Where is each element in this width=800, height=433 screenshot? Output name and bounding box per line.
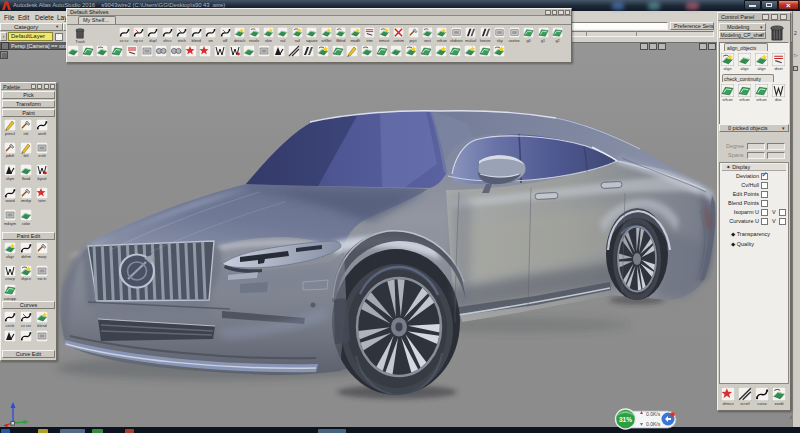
svg-text:0.0K/s: 0.0K/s bbox=[646, 421, 661, 427]
svg-text:31%: 31% bbox=[619, 416, 632, 423]
svg-text:0.0K/s: 0.0K/s bbox=[646, 411, 661, 417]
